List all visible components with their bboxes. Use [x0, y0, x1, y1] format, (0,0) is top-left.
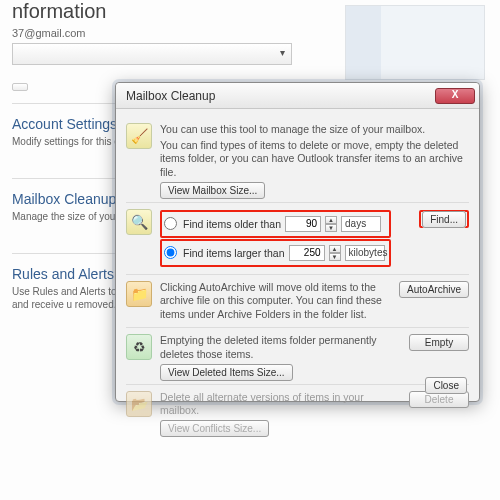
view-conflicts-size-button: View Conflicts Size...	[160, 420, 269, 437]
recycle-icon: ♻	[126, 334, 152, 360]
older-value-input[interactable]	[285, 216, 321, 232]
archive-icon: 📁	[126, 281, 152, 307]
find-button[interactable]: Find...	[422, 211, 466, 228]
find-larger-radio[interactable]	[164, 246, 177, 259]
mailbox-cleanup-dialog: Mailbox Cleanup X 🧹 You can use this too…	[115, 82, 480, 402]
add-account-button[interactable]	[12, 83, 28, 91]
highlight-larger: Find items larger than ▲▼ kilobytes	[160, 239, 391, 267]
view-mailbox-size-button[interactable]: View Mailbox Size...	[160, 182, 265, 199]
empty-button[interactable]: Empty	[409, 334, 469, 351]
intro-line1: You can use this tool to manage the size…	[160, 123, 469, 137]
titlebar: Mailbox Cleanup X	[116, 83, 479, 109]
highlight-older: Find items older than ▲▼ days	[160, 210, 391, 238]
preview-thumbnail	[345, 5, 485, 80]
autoarchive-button[interactable]: AutoArchive	[399, 281, 469, 298]
close-icon[interactable]: X	[435, 88, 475, 104]
highlight-find-btn: Find...	[419, 210, 469, 228]
empty-text: Emptying the deleted items folder perman…	[160, 334, 391, 361]
view-deleted-size-button[interactable]: View Deleted Items Size...	[160, 364, 293, 381]
larger-spin[interactable]: ▲▼	[329, 245, 341, 261]
close-button[interactable]: Close	[425, 377, 467, 394]
find-larger-label: Find items larger than	[183, 247, 285, 259]
broom-icon: 🧹	[126, 123, 152, 149]
conflicts-text: Delete all alternate versions of items i…	[160, 391, 391, 418]
search-icon: 🔍	[126, 209, 152, 235]
conflicts-icon: 📂	[126, 391, 152, 417]
older-unit: days	[341, 216, 381, 232]
dialog-title: Mailbox Cleanup	[126, 89, 435, 103]
find-older-radio[interactable]	[164, 217, 177, 230]
intro-line2: You can find types of items to delete or…	[160, 139, 469, 180]
archive-text: Clicking AutoArchive will move old items…	[160, 281, 391, 322]
older-spin[interactable]: ▲▼	[325, 216, 337, 232]
account-dropdown[interactable]	[12, 43, 292, 65]
larger-unit: kilobytes	[345, 245, 385, 261]
larger-value-input[interactable]	[289, 245, 325, 261]
find-older-label: Find items older than	[183, 218, 281, 230]
